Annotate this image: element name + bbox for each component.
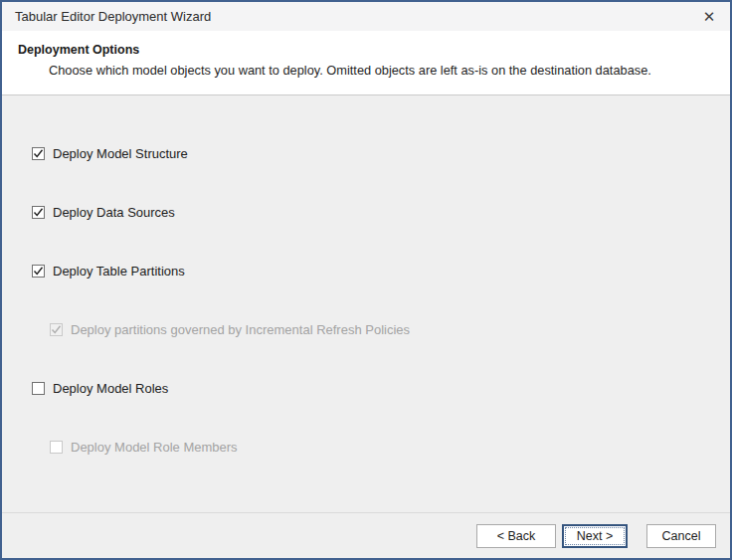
- step-description: Choose which model objects you want to d…: [49, 63, 714, 78]
- checkbox-label: Deploy Table Partitions: [53, 264, 185, 279]
- close-button[interactable]: ✕: [688, 2, 730, 31]
- checkbox-label: Deploy partitions governed by Incrementa…: [71, 322, 410, 337]
- next-button[interactable]: Next >: [562, 524, 628, 548]
- close-icon: ✕: [703, 8, 716, 26]
- window-title: Tabular Editor Deployment Wizard: [2, 9, 688, 24]
- checkbox-label: Deploy Model Structure: [53, 146, 188, 161]
- checkbox-row-deploy-model-structure[interactable]: Deploy Model Structure: [32, 146, 730, 160]
- checkbox-row-deploy-table-partitions[interactable]: Deploy Table Partitions: [32, 264, 730, 278]
- back-button[interactable]: < Back: [476, 524, 556, 548]
- wizard-button-bar: < Back Next > Cancel: [2, 512, 730, 558]
- checkbox-row-deploy-data-sources[interactable]: Deploy Data Sources: [32, 205, 730, 219]
- checkbox-row-deploy-model-role-members: Deploy Model Role Members: [50, 440, 730, 454]
- checkmark-icon: [33, 266, 44, 277]
- checkbox-row-deploy-model-roles[interactable]: Deploy Model Roles: [32, 381, 730, 395]
- checkbox-label: Deploy Data Sources: [53, 205, 175, 220]
- options-panel: Deploy Model Structure Deploy Data Sourc…: [2, 95, 730, 512]
- checkbox-deploy-model-roles[interactable]: [32, 382, 45, 395]
- checkbox-deploy-data-sources[interactable]: [32, 206, 45, 219]
- checkbox-deploy-model-role-members: [50, 441, 63, 454]
- wizard-step-header: Deployment Options Choose which model ob…: [2, 31, 730, 95]
- checkbox-deploy-incremental-refresh-partitions: [50, 323, 63, 336]
- title-bar: Tabular Editor Deployment Wizard ✕: [2, 2, 730, 31]
- checkbox-deploy-table-partitions[interactable]: [32, 265, 45, 278]
- checkmark-icon: [51, 324, 62, 335]
- checkmark-icon: [33, 207, 44, 218]
- step-title: Deployment Options: [18, 43, 714, 57]
- checkbox-label: Deploy Model Roles: [53, 381, 168, 396]
- checkbox-deploy-model-structure[interactable]: [32, 147, 45, 160]
- checkbox-label: Deploy Model Role Members: [71, 440, 238, 455]
- cancel-button[interactable]: Cancel: [646, 524, 716, 548]
- checkmark-icon: [33, 148, 44, 159]
- deployment-wizard-window: Tabular Editor Deployment Wizard ✕ Deplo…: [0, 0, 732, 560]
- checkbox-row-deploy-incremental-refresh-partitions: Deploy partitions governed by Incrementa…: [50, 322, 730, 336]
